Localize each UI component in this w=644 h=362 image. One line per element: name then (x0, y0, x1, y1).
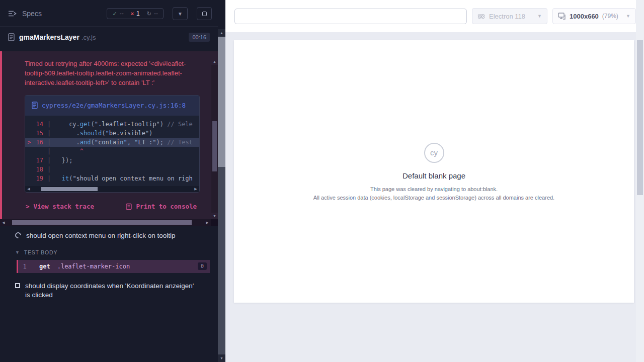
aut-panel: Electron 118 ▼ 1000x660 (79%) ▼ cy Defau… (225, 0, 636, 362)
spec-name: gmaMarkersLayer (19, 33, 79, 41)
scroll-right-icon[interactable]: ▶ (204, 219, 211, 226)
stop-icon (202, 12, 207, 16)
code-horizontal-scrollbar[interactable]: ◀ ▶ (25, 186, 199, 192)
test-title: should open context menu on right-click … (26, 231, 175, 240)
blank-page-line1: This page was cleared by navigating to a… (370, 186, 498, 192)
spec-extension: .cy.js (82, 34, 96, 41)
error-horizontal-scrollbar[interactable]: ◀ ▶ (0, 219, 211, 226)
specs-title: Specs (22, 10, 42, 18)
code-frame-file-path: cypress/e2e/gmaMarkersLayer.cy.js:16:8 (42, 101, 186, 111)
specs-menu-icon[interactable] (8, 10, 17, 17)
stat-failed: × 1 (131, 10, 140, 17)
command-number: 1 (18, 263, 31, 270)
stat-passed: ✓ -- (112, 10, 123, 17)
sidebar-scrollbar[interactable]: ▲ ▼ (218, 0, 225, 362)
spec-file-icon (8, 33, 15, 41)
chevron-down-icon: ▼ (178, 11, 183, 17)
code-line: >16| .and("contain", "LT :"); // Test (25, 138, 199, 147)
chevron-down-icon: ▼ (537, 14, 542, 19)
print-to-console-button[interactable]: Print to console (125, 203, 197, 210)
test-stats: ✓ -- × 1 ↻ -- (107, 8, 164, 19)
app-root: Specs ✓ -- × 1 ↻ -- ▼ (0, 0, 644, 362)
spinner-icon (14, 231, 23, 240)
code-line: 17| }); (25, 156, 199, 165)
square-icon (15, 283, 20, 288)
aut-stage: cy Default blank page This page was clea… (225, 32, 636, 362)
chevron-right-icon: > (26, 203, 30, 210)
error-bottom-scroll-area: ◀ ▶ (0, 219, 218, 226)
test-body-label: TEST BODY (24, 249, 58, 255)
code-line: | ^ (25, 147, 199, 156)
sidebar-scroll-track[interactable] (218, 37, 225, 354)
electron-icon (477, 13, 485, 20)
scroll-down-icon[interactable]: ▼ (218, 354, 225, 362)
stat-pending-value: -- (154, 10, 158, 17)
spec-duration-badge: 00:16 (189, 33, 210, 42)
viewport-size: 1000x660 (570, 13, 599, 20)
command-message: .leaflet-marker-icon (57, 263, 130, 270)
blank-page-title: Default blank page (403, 171, 465, 180)
blank-page-line2: All active session data (cookies, localS… (313, 195, 554, 201)
error-vertical-scrollbar[interactable]: ▲ ▼ (211, 58, 218, 219)
scroll-down-icon[interactable]: ▼ (211, 213, 218, 219)
stop-button[interactable] (197, 7, 212, 20)
code-snippet: 14| cy.get(".leaflet-tooltip") // Sele 1… (25, 116, 199, 186)
view-stack-trace-label: View stack trace (34, 203, 94, 210)
print-to-console-label: Print to console (136, 203, 197, 210)
code-line: 15| .should("be.visible") (25, 129, 199, 138)
error-vscroll-track[interactable] (211, 65, 218, 213)
test-body-section[interactable]: ▼ TEST BODY (0, 246, 218, 259)
pending-icon: ↻ (147, 11, 151, 17)
code-scroll-thumb[interactable] (41, 187, 98, 191)
printer-icon (125, 203, 132, 210)
error-hscroll-track[interactable] (7, 219, 204, 226)
command-count-badge: 0 (198, 262, 207, 270)
test-item-queued[interactable]: should display coordinates when 'Koordin… (0, 276, 218, 305)
error-message: Timed out retrying after 4000ms: expecte… (25, 59, 198, 88)
browser-label: Electron 118 (489, 13, 525, 20)
code-frame: cypress/e2e/gmaMarkersLayer.cy.js:16:8 1… (25, 95, 200, 193)
error-actions: > View stack trace Print to console (25, 201, 200, 219)
error-vscroll-thumb[interactable] (212, 121, 217, 171)
reporter-sidebar: Specs ✓ -- × 1 ↻ -- ▼ (0, 0, 218, 362)
viewport-icon (558, 13, 566, 20)
command-log-row[interactable]: 1 get .leaflet-marker-icon 0 (17, 260, 210, 273)
x-icon: × (131, 11, 134, 17)
scroll-up-icon[interactable]: ▲ (211, 58, 218, 65)
test-item-running[interactable]: should open context menu on right-click … (0, 226, 218, 245)
collapse-button[interactable]: ▼ (173, 7, 188, 20)
scroll-left-icon[interactable]: ◀ (0, 219, 7, 226)
code-line: 18| (25, 165, 199, 174)
code-frame-file-link[interactable]: cypress/e2e/gmaMarkersLayer.cy.js:16:8 (25, 96, 199, 116)
scroll-up-icon[interactable]: ▲ (218, 29, 225, 37)
scroll-right-icon[interactable]: ▶ (192, 186, 199, 192)
file-icon (32, 102, 38, 111)
reporter-header: Specs ✓ -- × 1 ↻ -- ▼ (0, 0, 218, 26)
window-scrollbar[interactable] (636, 0, 644, 362)
viewport-scale: (79%) (602, 13, 618, 20)
browser-toolbar: Electron 118 ▼ 1000x660 (79%) ▼ (225, 0, 636, 32)
aut-iframe: cy Default blank page This page was clea… (234, 40, 634, 303)
code-line: 14| cy.get(".leaflet-tooltip") // Sele (25, 120, 199, 129)
stat-passed-value: -- (120, 10, 124, 17)
view-stack-trace-link[interactable]: > View stack trace (26, 203, 94, 210)
spec-header[interactable]: gmaMarkersLayer .cy.js 00:16 (0, 26, 218, 48)
sidebar-scroll-thumb[interactable] (218, 167, 225, 354)
check-icon: ✓ (112, 11, 117, 17)
stat-pending: ↻ -- (147, 10, 158, 17)
viewport-selector[interactable]: 1000x660 (79%) ▼ (552, 8, 636, 24)
code-line: 19| it("should open context menu on righ (25, 174, 199, 183)
window-scroll-thumb[interactable] (637, 40, 643, 195)
chevron-down-icon: ▼ (15, 250, 20, 255)
scrollbar-corner (211, 219, 218, 226)
cypress-logo: cy (424, 143, 444, 163)
test-error-block: Timed out retrying after 4000ms: expecte… (0, 51, 218, 226)
code-scroll-track[interactable] (32, 186, 192, 192)
scroll-left-icon[interactable]: ◀ (25, 186, 32, 192)
chevron-down-icon: ▼ (626, 14, 630, 19)
sidebar-scrollbar-top-gap (218, 0, 225, 29)
test-title: should display coordinates when 'Koordin… (25, 282, 199, 300)
url-input[interactable] (234, 9, 467, 24)
error-hscroll-thumb[interactable] (12, 220, 192, 225)
browser-selector[interactable]: Electron 118 ▼ (472, 8, 547, 24)
